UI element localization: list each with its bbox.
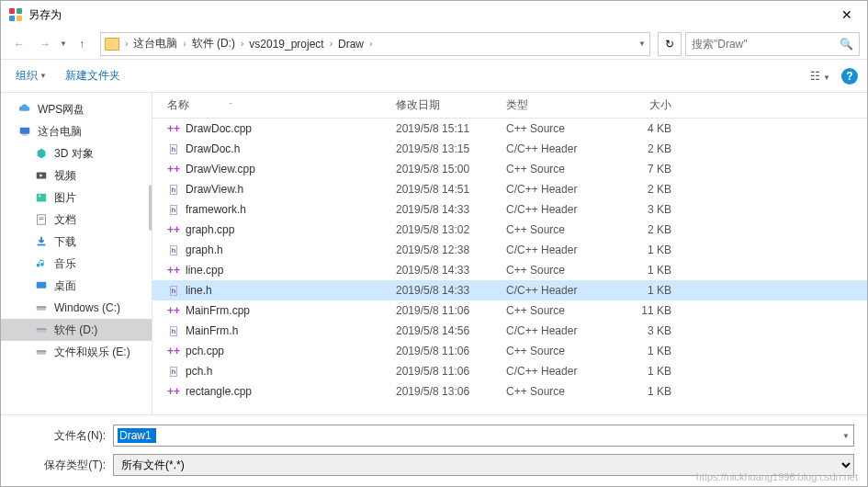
- filename-input-wrap[interactable]: ▼: [113, 425, 854, 447]
- sidebar: WPS网盘这台电脑3D 对象视频图片文档下载音乐桌面Windows (C:)软件…: [1, 93, 152, 414]
- breadcrumb-seg[interactable]: 这台电脑: [130, 36, 181, 51]
- sidebar-item-label: 图片: [54, 190, 76, 206]
- window-title: 另存为: [28, 7, 834, 23]
- file-size: 2 KB: [607, 223, 681, 236]
- file-name: MainFrm.cpp: [186, 304, 250, 317]
- doc-icon: [34, 213, 49, 226]
- file-name: rectangle.cpp: [186, 385, 252, 398]
- refresh-button[interactable]: ↻: [658, 32, 682, 56]
- sidebar-item-label: 这台电脑: [38, 124, 82, 140]
- file-name: line.h: [186, 284, 212, 297]
- file-row[interactable]: hDrawDoc.h 2019/5/8 13:15 C/C++ Header 2…: [152, 139, 867, 159]
- h-file-icon: h: [167, 244, 180, 256]
- svg-rect-0: [9, 8, 15, 14]
- sidebar-item-label: 音乐: [54, 256, 76, 272]
- file-type: C/C++ Header: [497, 365, 607, 378]
- file-name: DrawDoc.cpp: [186, 122, 252, 135]
- file-date: 2019/5/8 11:06: [387, 345, 497, 357]
- cpp-file-icon: ++: [167, 163, 180, 176]
- file-list: 名称ˆ 修改日期 类型 大小 ++DrawDoc.cpp 2019/5/8 15…: [152, 93, 867, 414]
- file-row[interactable]: ++graph.cpp 2019/5/8 13:02 C++ Source 2 …: [152, 220, 867, 240]
- h-file-icon: h: [167, 142, 180, 155]
- cpp-file-icon: ++: [167, 122, 180, 135]
- view-button[interactable]: ☷ ▼: [806, 68, 834, 85]
- sidebar-item[interactable]: 桌面: [1, 275, 152, 297]
- search-box[interactable]: 🔍: [685, 32, 860, 56]
- desktop-icon: [34, 279, 49, 292]
- history-dropdown-icon[interactable]: ▼: [60, 40, 67, 48]
- nav-row: ← → ▼ ↑ › 这台电脑› 软件 (D:)› vs2019_project›…: [1, 28, 867, 60]
- file-size: 1 KB: [607, 284, 681, 297]
- search-input[interactable]: [692, 38, 840, 51]
- svg-rect-3: [17, 16, 22, 21]
- cpp-file-icon: ++: [167, 304, 180, 317]
- file-type: C++ Source: [497, 264, 607, 277]
- file-row[interactable]: ++DrawView.cpp 2019/5/8 15:00 C++ Source…: [152, 159, 867, 179]
- file-row[interactable]: ++MainFrm.cpp 2019/5/8 11:06 C++ Source …: [152, 300, 867, 321]
- forward-button[interactable]: →: [34, 33, 56, 55]
- sidebar-item[interactable]: 3D 对象: [1, 142, 152, 164]
- file-size: 2 KB: [607, 183, 681, 196]
- filetype-select[interactable]: 所有文件(*.*): [113, 454, 854, 476]
- svg-rect-13: [37, 282, 47, 289]
- file-row[interactable]: ++line.cpp 2019/5/8 14:33 C++ Source 1 K…: [152, 260, 867, 280]
- sidebar-item-label: 文件和娱乐 (E:): [54, 345, 130, 360]
- file-row[interactable]: hpch.h 2019/5/8 11:06 C/C++ Header 1 KB: [152, 361, 867, 381]
- drive-icon: [34, 323, 49, 336]
- col-size[interactable]: 大小: [607, 97, 681, 113]
- filename-input[interactable]: [118, 428, 156, 443]
- cloud-icon: [17, 103, 32, 116]
- file-row[interactable]: ++rectangle.cpp 2019/5/8 13:06 C++ Sourc…: [152, 381, 867, 402]
- search-icon[interactable]: 🔍: [840, 38, 853, 51]
- sidebar-item[interactable]: 文档: [1, 209, 152, 231]
- file-size: 11 KB: [607, 304, 681, 317]
- sidebar-item[interactable]: 音乐: [1, 253, 152, 275]
- file-date: 2019/5/8 14:33: [387, 203, 497, 216]
- breadcrumb-seg[interactable]: 软件 (D:): [188, 36, 239, 51]
- file-row[interactable]: hgraph.h 2019/5/8 12:38 C/C++ Header 1 K…: [152, 240, 867, 260]
- sidebar-item-label: 桌面: [54, 278, 76, 294]
- file-row[interactable]: ++pch.cpp 2019/5/8 11:06 C++ Source 1 KB: [152, 341, 867, 361]
- file-date: 2019/5/8 14:33: [387, 264, 497, 277]
- col-date[interactable]: 修改日期: [387, 97, 497, 113]
- file-name: graph.cpp: [186, 223, 234, 236]
- sidebar-item[interactable]: 视频: [1, 164, 152, 187]
- file-size: 3 KB: [607, 203, 681, 216]
- file-type: C/C++ Header: [497, 284, 607, 297]
- sidebar-item[interactable]: 下载: [1, 231, 152, 253]
- filename-dropdown-icon[interactable]: ▼: [842, 432, 850, 440]
- sidebar-item-label: 下载: [54, 234, 76, 250]
- col-type[interactable]: 类型: [497, 97, 607, 113]
- 3d-icon: [34, 147, 49, 160]
- file-name: pch.h: [186, 365, 212, 378]
- file-name: DrawView.h: [186, 183, 243, 196]
- file-row[interactable]: hDrawView.h 2019/5/8 14:51 C/C++ Header …: [152, 179, 867, 199]
- file-row[interactable]: hline.h 2019/5/8 14:33 C/C++ Header 1 KB: [152, 280, 867, 300]
- h-file-icon: h: [167, 365, 180, 378]
- breadcrumb-seg[interactable]: Draw: [334, 38, 367, 51]
- sort-indicator-icon: ˆ: [230, 101, 232, 109]
- col-name[interactable]: 名称ˆ: [152, 97, 387, 113]
- organize-button[interactable]: 组织 ▼: [10, 64, 52, 87]
- breadcrumb[interactable]: › 这台电脑› 软件 (D:)› vs2019_project› Draw› ▼: [100, 32, 650, 56]
- sidebar-item[interactable]: Windows (C:): [1, 297, 152, 319]
- sidebar-item[interactable]: 文件和娱乐 (E:): [1, 341, 152, 363]
- file-row[interactable]: hMainFrm.h 2019/5/8 14:56 C/C++ Header 3…: [152, 321, 867, 341]
- help-button[interactable]: ?: [841, 68, 858, 85]
- file-name: graph.h: [186, 244, 223, 256]
- up-button[interactable]: ↑: [71, 33, 93, 55]
- toolbar: 组织 ▼ 新建文件夹 ☷ ▼ ?: [1, 60, 867, 93]
- file-row[interactable]: hframework.h 2019/5/8 14:33 C/C++ Header…: [152, 199, 867, 220]
- cpp-file-icon: ++: [167, 345, 180, 357]
- newfolder-button[interactable]: 新建文件夹: [60, 64, 126, 87]
- sidebar-item[interactable]: 软件 (D:): [1, 319, 152, 341]
- sidebar-item[interactable]: 图片: [1, 187, 152, 209]
- close-button[interactable]: ✕: [834, 6, 860, 24]
- breadcrumb-seg[interactable]: vs2019_project: [245, 38, 327, 51]
- file-row[interactable]: ++DrawDoc.cpp 2019/5/8 15:11 C++ Source …: [152, 119, 867, 139]
- svg-rect-10: [39, 217, 43, 218]
- chevron-down-icon[interactable]: ▼: [638, 40, 646, 48]
- sidebar-item[interactable]: 这台电脑: [1, 120, 152, 142]
- sidebar-item[interactable]: WPS网盘: [1, 98, 152, 120]
- back-button[interactable]: ←: [8, 33, 30, 55]
